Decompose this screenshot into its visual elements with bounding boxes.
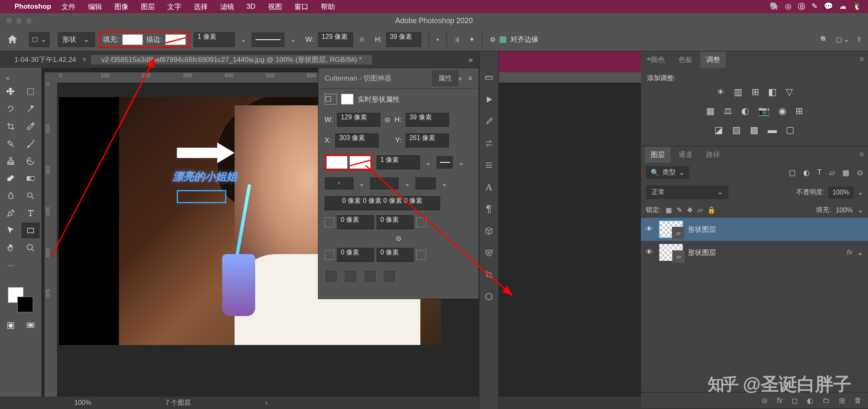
panel-menu-icon[interactable]: ≡ bbox=[468, 74, 472, 83]
rectangle-tool[interactable] bbox=[21, 223, 40, 238]
photo-filter-icon[interactable]: 📷 bbox=[758, 106, 769, 117]
gradient-map-icon[interactable]: ▬ bbox=[768, 125, 777, 136]
filter-toggle[interactable]: ⊙ bbox=[857, 168, 863, 177]
brush-panel-icon[interactable] bbox=[483, 116, 495, 127]
adjustments-tab[interactable]: 调整 bbox=[700, 52, 726, 68]
menu-layer[interactable]: 图层 bbox=[141, 2, 155, 12]
gradient-tool[interactable] bbox=[21, 171, 40, 186]
mixer-icon[interactable]: ◉ bbox=[778, 106, 786, 117]
gear-icon[interactable]: ⚙ bbox=[490, 36, 496, 43]
menu-image[interactable]: 图像 bbox=[114, 2, 128, 12]
menu-edit[interactable]: 编辑 bbox=[88, 2, 102, 12]
layer-thumb[interactable]: ▱ bbox=[659, 244, 683, 261]
channels-tab[interactable]: 通道 bbox=[673, 147, 698, 163]
menu-type[interactable]: 文字 bbox=[167, 2, 181, 12]
b-icon[interactable]: Ⓑ bbox=[798, 2, 805, 12]
lock-all-icon[interactable]: 🔒 bbox=[707, 206, 716, 214]
dodge-tool[interactable] bbox=[21, 188, 40, 204]
shape-mode-select[interactable]: 形状⌄ bbox=[58, 32, 95, 47]
quickmask-tool[interactable] bbox=[2, 318, 20, 333]
path-subtract[interactable] bbox=[344, 270, 357, 283]
path-align-icon[interactable]: ▪ bbox=[436, 36, 439, 43]
layer-name[interactable]: 形状图层 bbox=[688, 225, 716, 234]
hand-tool[interactable] bbox=[2, 240, 20, 256]
text-tool[interactable] bbox=[21, 205, 40, 221]
mask-icon[interactable]: ◻ bbox=[792, 396, 798, 405]
cc-icon[interactable]: ◎ bbox=[785, 2, 792, 12]
threshold-icon[interactable]: ▩ bbox=[750, 125, 759, 136]
filter-image-icon[interactable]: ▢ bbox=[789, 168, 796, 177]
selected-shape[interactable] bbox=[177, 190, 226, 203]
levels-icon[interactable]: ▥ bbox=[734, 87, 742, 97]
cutterman-tab[interactable]: Cutterman - 切图神器 bbox=[325, 74, 432, 83]
bw-icon[interactable]: ◐ bbox=[741, 106, 749, 117]
link-icon[interactable]: ⊝ bbox=[359, 36, 365, 43]
link-layers-icon[interactable]: ⊝ bbox=[761, 396, 768, 405]
visibility-icon[interactable]: 👁 bbox=[646, 248, 654, 257]
wechat-icon[interactable]: ☁ bbox=[839, 2, 847, 12]
screenmode-tool[interactable] bbox=[21, 318, 40, 333]
prop-y[interactable]: 261 像素 bbox=[406, 133, 449, 147]
wand-tool[interactable] bbox=[21, 101, 40, 117]
filter-text-icon[interactable]: T bbox=[817, 168, 822, 177]
tool-preset[interactable]: ⌄ bbox=[29, 32, 50, 47]
feather-icon[interactable]: ✎ bbox=[811, 2, 818, 12]
evernote-icon[interactable]: 🐘 bbox=[770, 2, 779, 12]
play-icon[interactable] bbox=[483, 94, 495, 105]
swap-icon[interactable] bbox=[483, 138, 495, 149]
layer-row[interactable]: 👁 ▱ 形状图层 bbox=[641, 218, 868, 241]
brightness-icon[interactable]: ☀ bbox=[716, 87, 725, 97]
stroke-swatch[interactable] bbox=[165, 34, 186, 45]
menu-file[interactable]: 文件 bbox=[62, 2, 76, 12]
qq-icon[interactable]: 🐧 bbox=[853, 2, 862, 12]
blur-tool[interactable] bbox=[2, 188, 20, 204]
eyedropper-tool[interactable] bbox=[21, 119, 40, 134]
tabs-overflow-icon[interactable]: » bbox=[468, 55, 473, 64]
group-icon[interactable]: 🗀 bbox=[823, 396, 830, 405]
panel-collapse-icon[interactable]: « bbox=[2, 74, 40, 82]
invert-icon[interactable]: ◪ bbox=[714, 125, 723, 136]
path-combine[interactable] bbox=[325, 270, 338, 283]
stroke-width-dd[interactable]: ⌄ bbox=[239, 36, 247, 43]
prop-fill-swatch[interactable] bbox=[327, 156, 347, 169]
fill-swatch[interactable] bbox=[122, 34, 143, 45]
curves-icon[interactable]: ⊞ bbox=[752, 87, 759, 97]
prop-x[interactable]: 303 像素 bbox=[335, 133, 379, 147]
app-name[interactable]: Photoshop bbox=[14, 2, 51, 11]
height-input[interactable]: 39 像素 bbox=[386, 32, 421, 47]
layers-tab[interactable]: 图层 bbox=[645, 147, 671, 163]
crop-tool[interactable] bbox=[2, 119, 20, 134]
prop-width[interactable]: 129 像素 bbox=[337, 113, 380, 127]
stroke-align[interactable]: ▫ bbox=[325, 177, 353, 190]
status-chevron-icon[interactable]: › bbox=[265, 399, 267, 407]
extra-tool[interactable]: ⋯ bbox=[2, 257, 20, 273]
lock-paint-icon[interactable]: ✎ bbox=[677, 206, 682, 214]
marquee-tool[interactable] bbox=[21, 84, 40, 100]
prop-height[interactable]: 39 像素 bbox=[406, 113, 449, 127]
share-icon[interactable]: ⇪ bbox=[856, 36, 862, 43]
chat-icon[interactable]: 💬 bbox=[824, 2, 833, 12]
fx-icon[interactable]: fx bbox=[777, 396, 783, 405]
layer-count[interactable]: 7 个图层 bbox=[166, 399, 191, 407]
menu-select[interactable]: 选择 bbox=[194, 2, 208, 12]
eraser-tool[interactable] bbox=[2, 171, 20, 186]
blend-mode[interactable]: 正常 ⌄ bbox=[646, 185, 728, 199]
fill-value[interactable]: 100% bbox=[836, 207, 853, 214]
lasso-tool[interactable] bbox=[2, 101, 20, 117]
stroke-style[interactable] bbox=[251, 32, 285, 47]
filter-smart-icon[interactable]: ▦ bbox=[842, 168, 849, 177]
layer-name[interactable]: 形状图层 bbox=[688, 248, 716, 257]
stroke-width-input[interactable]: 1 像素 bbox=[194, 32, 235, 47]
traffic-lights[interactable] bbox=[6, 18, 32, 24]
posterize-icon[interactable]: ▨ bbox=[732, 125, 741, 136]
workspace-icon[interactable]: ▢ ⌄ bbox=[836, 36, 849, 43]
zoom-tool[interactable] bbox=[21, 240, 40, 256]
path-arrange-icon[interactable]: ⫼ bbox=[454, 36, 461, 43]
menu-window[interactable]: 窗口 bbox=[294, 2, 308, 12]
menu-view[interactable]: 视图 bbox=[268, 2, 282, 12]
pen-tool[interactable] bbox=[2, 205, 20, 221]
path-ops-icon[interactable]: ✦ bbox=[469, 36, 474, 43]
panel-menu-icon[interactable]: ≡ bbox=[860, 55, 864, 64]
lock-pixels-icon[interactable]: ▦ bbox=[666, 206, 672, 214]
swatches-tab[interactable]: 色板 bbox=[673, 52, 698, 68]
